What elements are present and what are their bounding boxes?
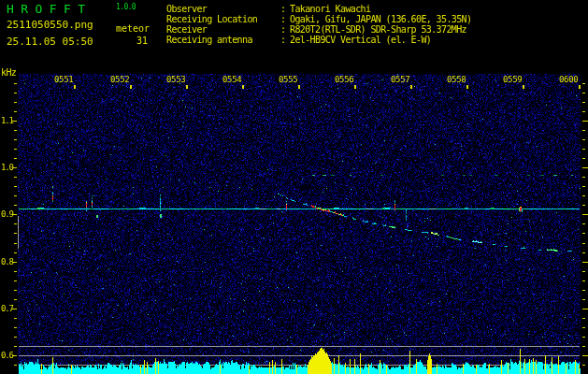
time-tick-label: 0559 (503, 75, 522, 84)
station-info-value: R820T2(RTL-SDR) SDR-Sharp 53.372MHz (290, 24, 466, 35)
station-info-label: Observer (166, 4, 207, 14)
freq-tick-label: 1.1 (1, 116, 14, 125)
observation-datetime: 25.11.05 05:50 (7, 36, 93, 47)
spectrogram-canvas (0, 0, 588, 374)
station-info-colon: : (280, 35, 285, 45)
freq-tick-label: 0.9 (1, 209, 14, 219)
time-tick-label: 0556 (335, 75, 353, 84)
station-info-label: Receiver (166, 24, 207, 35)
station-info-colon: : (280, 14, 285, 24)
time-tick-label: 0553 (166, 75, 185, 84)
freq-tick-label: 1.0 (1, 163, 14, 172)
station-info-label: Receiving Location (166, 14, 257, 24)
station-info-colon: : (280, 4, 285, 14)
time-tick-label: 0552 (110, 75, 129, 84)
station-info-colon: : (280, 24, 285, 35)
app-title: H R O F F T (7, 3, 85, 15)
station-info-value: Ogaki, Gifu, JAPAN (136.60E, 35.35N) (290, 14, 471, 24)
time-tick-label: 0554 (222, 75, 241, 84)
station-info-value: 2el-HB9CV Vertical (el. E-W) (290, 35, 431, 45)
freq-tick-label: 0.8 (1, 257, 14, 266)
output-filename: 2511050550.png (7, 20, 93, 30)
freq-tick-label: 0.6 (1, 351, 14, 360)
station-info-label: Receiving antenna (166, 35, 252, 45)
hrofft-screen: H R O F F T 1.0.0 2511050550.png meteor … (0, 0, 588, 374)
station-info-value: Takanori Kawachi (290, 4, 370, 14)
observation-mode: meteor (116, 24, 150, 34)
time-tick-label: 0600 (559, 75, 578, 84)
freq-tick-label: 0.7 (1, 304, 14, 313)
time-tick-label: 0557 (391, 75, 409, 84)
freq-axis-unit: kHz (1, 68, 16, 78)
time-tick-label: 0551 (54, 75, 73, 84)
time-tick-label: 0555 (279, 75, 297, 84)
app-version: 1.0.0 (116, 4, 136, 11)
time-tick-label: 0558 (447, 75, 466, 84)
echo-count: 31 (136, 36, 148, 46)
